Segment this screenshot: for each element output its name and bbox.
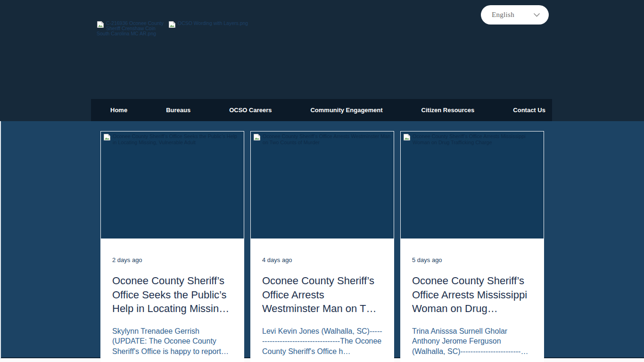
news-card-image-alt-text: Oconee County Sheriff’s Office Seeks the… xyxy=(113,133,237,145)
news-card-body: 4 days ago Oconee County Sheriff’s Offic… xyxy=(250,239,394,356)
sheriff-coin-logo-broken-image[interactable]: C-216936 Oconee County Sheriff Crenshaw … xyxy=(97,21,168,36)
language-selector[interactable]: English xyxy=(481,5,549,25)
nav-item-contact-us[interactable]: Contact Us xyxy=(494,107,565,114)
sheriff-coin-logo-alt-text: C-216936 Oconee County Sheriff Crenshaw … xyxy=(97,20,164,36)
nav-item-community-engagement[interactable]: Community Engagement xyxy=(291,107,402,114)
news-card-image-alt-text: Oconee County Sheriff’s Office Arrests M… xyxy=(413,133,526,145)
news-card-excerpt: Skylynn Trenadee Gerrish (UPDATE: The Oc… xyxy=(112,326,233,357)
nav-item-bureaus[interactable]: Bureaus xyxy=(147,107,210,114)
nav-item-home[interactable]: Home xyxy=(91,107,147,114)
news-card-excerpt: Levi Kevin Jones (Walhalla, SC)---------… xyxy=(262,326,383,357)
nav-item-ocso-careers[interactable]: OCSO Careers xyxy=(210,107,291,114)
news-card[interactable]: Oconee County Sheriff’s Office Arrests M… xyxy=(400,131,544,362)
broken-image-icon xyxy=(97,21,104,28)
news-card-image-broken[interactable]: Oconee County Sheriff’s Office Seeks the… xyxy=(101,132,244,239)
news-card-date: 4 days ago xyxy=(262,256,383,263)
news-card-title[interactable]: Oconee County Sheriff’s Office Arrests M… xyxy=(412,274,533,316)
news-card-image-broken[interactable]: Oconee County Sheriff’s Office Arrests M… xyxy=(401,132,544,239)
language-selected-label: English xyxy=(492,11,514,19)
news-card-title[interactable]: Oconee County Sheriff’s Office Arrests W… xyxy=(262,274,383,316)
news-card-date: 5 days ago xyxy=(412,256,533,263)
news-card-image-broken[interactable]: Oconee County Sheriff’s Office Arrests W… xyxy=(251,132,394,239)
broken-image-icon xyxy=(103,133,111,141)
page-left-edge xyxy=(0,121,1,359)
news-card-body: 5 days ago Oconee County Sheriff’s Offic… xyxy=(400,239,544,356)
chevron-down-icon xyxy=(533,13,540,17)
news-card-excerpt: Trina Anisssa Surnell Gholar Anthony Jer… xyxy=(412,326,533,357)
news-card-title[interactable]: Oconee County Sheriff’s Office Seeks the… xyxy=(112,274,233,316)
news-card-image-alt-text: Oconee County Sheriff’s Office Arrests W… xyxy=(263,133,390,145)
broken-image-icon xyxy=(403,133,411,141)
main-nav: Home Bureaus OCSO Careers Community Enga… xyxy=(91,99,552,121)
news-card-list: Oconee County Sheriff’s Office Seeks the… xyxy=(100,131,544,362)
news-card-date: 2 days ago xyxy=(112,256,233,263)
ocso-wordmark-alt-text: OCSO Wording with Layers.png xyxy=(178,20,248,26)
news-card[interactable]: Oconee County Sheriff’s Office Seeks the… xyxy=(100,131,244,362)
broken-image-icon xyxy=(253,133,261,141)
news-card-body: 2 days ago Oconee County Sheriff’s Offic… xyxy=(100,239,244,356)
nav-item-citizen-resources[interactable]: Citizen Resources xyxy=(402,107,494,114)
news-card[interactable]: Oconee County Sheriff’s Office Arrests W… xyxy=(250,131,394,362)
ocso-wordmark-broken-image[interactable]: OCSO Wording with Layers.png xyxy=(168,21,253,29)
broken-image-icon xyxy=(168,21,176,28)
page: C-216936 Oconee County Sheriff Crenshaw … xyxy=(0,0,644,362)
